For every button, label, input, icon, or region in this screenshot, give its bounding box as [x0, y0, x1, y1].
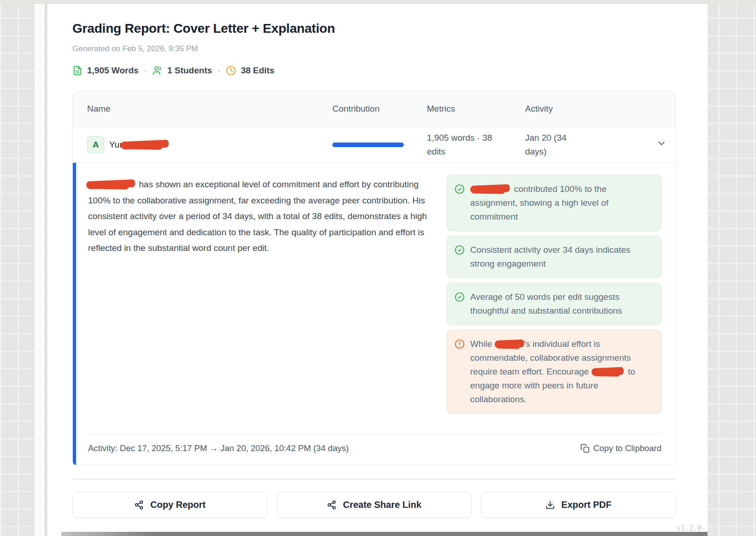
feedback-item-positive: contributed 100% to the assignment, show… [447, 175, 662, 231]
share-icon [327, 500, 337, 510]
copy-to-clipboard-button[interactable]: Copy to Clipboard [580, 443, 662, 453]
metrics-cell: 1,905 words · 38 edits [427, 131, 510, 159]
students-stat: 1 Students [167, 66, 212, 76]
feedback-redaction-scribble [591, 367, 624, 376]
copy-report-button[interactable]: Copy Report [72, 492, 267, 518]
check-circle-icon [455, 245, 465, 255]
section-divider [72, 479, 676, 480]
users-icon [153, 66, 163, 76]
detail-accent-bar [73, 163, 76, 465]
report-panel: Grading Report: Cover Letter + Explanati… [47, 4, 708, 536]
activity-range: Activity: Dec 17, 2025, 5:17 PM → Jan 20… [88, 443, 349, 453]
check-circle-icon [455, 292, 465, 302]
students-table-card: Name Contribution Metrics Activity A Yur… [72, 91, 676, 465]
feedback-text: Average of 50 words per edit suggests th… [470, 290, 654, 318]
export-pdf-label: Export PDF [561, 500, 612, 510]
table-header-row: Name Contribution Metrics Activity [73, 91, 675, 127]
detail-footer: Activity: Dec 17, 2025, 5:17 PM → Jan 20… [88, 434, 662, 465]
action-buttons-row: Copy Report Create Share Link Export PDF [72, 492, 676, 518]
expanded-detail-section: Yuriyhas shown an exceptional level of c… [73, 162, 675, 465]
assessment-paragraph: Yuriyhas shown an exceptional level of c… [88, 177, 429, 256]
feedback-item-positive: Consistent activity over 34 days indicat… [447, 236, 662, 278]
words-stat: 1,905 Words [87, 66, 139, 76]
feedback-item-warning: While 's individual effort is commendabl… [447, 330, 662, 414]
background-side-strip [35, 4, 46, 536]
summary-stats: 1,905 Words · 1 Students · 38 Edits [72, 66, 274, 76]
stat-separator: · [217, 66, 221, 76]
create-share-link-label: Create Share Link [343, 500, 421, 510]
window-top-strip [0, 0, 756, 4]
clock-icon [226, 66, 236, 76]
edits-stat: 38 Edits [241, 66, 274, 76]
alert-circle-icon [455, 339, 465, 349]
feedback-redaction-scribble [494, 339, 524, 349]
generated-timestamp: Generated on Feb 5, 2026, 9:35 PM [72, 44, 198, 54]
share-icon [134, 500, 144, 510]
copy-icon [580, 444, 590, 453]
col-header-contribution: Contribution [332, 104, 427, 114]
export-pdf-button[interactable]: Export PDF [481, 492, 676, 518]
document-icon [72, 66, 83, 76]
contribution-bar [332, 143, 404, 147]
copy-to-clipboard-label: Copy to Clipboard [593, 443, 662, 453]
download-icon [545, 500, 555, 510]
window-bottom-strip [61, 532, 708, 536]
col-header-activity: Activity [525, 104, 656, 114]
app-version: v1.2.0- [677, 524, 706, 532]
feedback-text: Consistent activity over 34 days indicat… [470, 243, 654, 271]
col-header-name: Name [87, 104, 332, 114]
student-row[interactable]: A Yuriy 1,905 words · 38 edits Jan 20 (3… [73, 127, 675, 162]
chevron-down-icon[interactable] [656, 138, 667, 151]
create-share-link-button[interactable]: Create Share Link [277, 492, 472, 518]
name-redaction-scribble [121, 140, 169, 150]
stat-separator: · [143, 66, 148, 76]
feedback-column: contributed 100% to the assignment, show… [447, 175, 662, 414]
paragraph-body: has shown an exceptional level of commit… [88, 179, 427, 253]
col-header-metrics: Metrics [427, 104, 525, 114]
copy-report-label: Copy Report [150, 500, 206, 510]
avatar: A [87, 136, 104, 153]
paragraph-redaction-scribble [86, 179, 136, 190]
feedback-text: While [470, 339, 495, 349]
feedback-redaction-scribble [470, 184, 510, 194]
feedback-item-positive: Average of 50 words per edit suggests th… [447, 283, 662, 325]
page-title: Grading Report: Cover Letter + Explanati… [72, 21, 335, 36]
activity-cell: Jan 20 (34 days) [525, 131, 583, 159]
check-circle-icon [455, 184, 465, 194]
